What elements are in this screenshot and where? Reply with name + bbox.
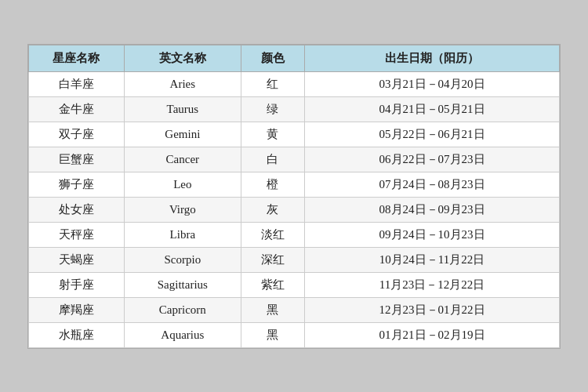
cell-chinese: 狮子座 <box>29 172 125 197</box>
table-row: 金牛座Taurus绿04月21日－05月21日 <box>29 96 560 122</box>
cell-color: 灰 <box>241 197 304 222</box>
cell-color: 黄 <box>241 122 304 147</box>
zodiac-table-wrapper: 星座名称 英文名称 颜色 出生日期（阳历） 白羊座Aries红03月21日－04… <box>27 44 561 349</box>
col-header-chinese: 星座名称 <box>29 45 125 71</box>
cell-chinese: 射手座 <box>29 272 125 297</box>
cell-chinese: 摩羯座 <box>29 297 125 322</box>
cell-english: Gemini <box>124 122 241 147</box>
cell-chinese: 水瓶座 <box>29 322 125 347</box>
cell-english: Virgo <box>124 197 241 222</box>
cell-chinese: 双子座 <box>29 122 125 147</box>
cell-english: Cancer <box>124 147 241 172</box>
cell-dates: 09月24日－10月23日 <box>305 222 560 247</box>
table-row: 白羊座Aries红03月21日－04月20日 <box>29 71 560 96</box>
cell-english: Aquarius <box>124 322 241 347</box>
cell-dates: 07月24日－08月23日 <box>305 172 560 197</box>
col-header-color: 颜色 <box>241 45 304 71</box>
cell-english: Taurus <box>124 96 241 122</box>
cell-english: Capricorn <box>124 297 241 322</box>
cell-color: 白 <box>241 147 304 172</box>
cell-dates: 05月22日－06月21日 <box>305 122 560 147</box>
zodiac-table: 星座名称 英文名称 颜色 出生日期（阳历） 白羊座Aries红03月21日－04… <box>28 45 560 348</box>
cell-dates: 10月24日－11月22日 <box>305 247 560 272</box>
table-header-row: 星座名称 英文名称 颜色 出生日期（阳历） <box>29 45 560 71</box>
table-row: 巨蟹座Cancer白06月22日－07月23日 <box>29 147 560 172</box>
cell-color: 紫红 <box>241 272 304 297</box>
table-row: 双子座Gemini黄05月22日－06月21日 <box>29 122 560 147</box>
cell-english: Libra <box>124 222 241 247</box>
col-header-dates: 出生日期（阳历） <box>305 45 560 71</box>
cell-color: 黑 <box>241 322 304 347</box>
cell-color: 橙 <box>241 172 304 197</box>
cell-color: 红 <box>241 71 304 96</box>
cell-color: 深红 <box>241 247 304 272</box>
cell-english: Scorpio <box>124 247 241 272</box>
table-row: 处女座Virgo灰08月24日－09月23日 <box>29 197 560 222</box>
cell-chinese: 巨蟹座 <box>29 147 125 172</box>
cell-color: 绿 <box>241 96 304 122</box>
table-row: 水瓶座Aquarius黑01月21日－02月19日 <box>29 322 560 347</box>
col-header-english: 英文名称 <box>124 45 241 71</box>
cell-english: Sagittarius <box>124 272 241 297</box>
table-row: 天秤座Libra淡红09月24日－10月23日 <box>29 222 560 247</box>
cell-dates: 04月21日－05月21日 <box>305 96 560 122</box>
cell-dates: 06月22日－07月23日 <box>305 147 560 172</box>
cell-english: Leo <box>124 172 241 197</box>
cell-chinese: 天蝎座 <box>29 247 125 272</box>
table-row: 摩羯座Capricorn黑12月23日－01月22日 <box>29 297 560 322</box>
cell-dates: 01月21日－02月19日 <box>305 322 560 347</box>
table-row: 射手座Sagittarius紫红11月23日－12月22日 <box>29 272 560 297</box>
cell-chinese: 白羊座 <box>29 71 125 96</box>
cell-dates: 03月21日－04月20日 <box>305 71 560 96</box>
cell-chinese: 处女座 <box>29 197 125 222</box>
cell-color: 黑 <box>241 297 304 322</box>
cell-chinese: 金牛座 <box>29 96 125 122</box>
cell-english: Aries <box>124 71 241 96</box>
table-row: 天蝎座Scorpio深红10月24日－11月22日 <box>29 247 560 272</box>
cell-color: 淡红 <box>241 222 304 247</box>
cell-dates: 08月24日－09月23日 <box>305 197 560 222</box>
cell-dates: 12月23日－01月22日 <box>305 297 560 322</box>
cell-dates: 11月23日－12月22日 <box>305 272 560 297</box>
cell-chinese: 天秤座 <box>29 222 125 247</box>
table-row: 狮子座Leo橙07月24日－08月23日 <box>29 172 560 197</box>
